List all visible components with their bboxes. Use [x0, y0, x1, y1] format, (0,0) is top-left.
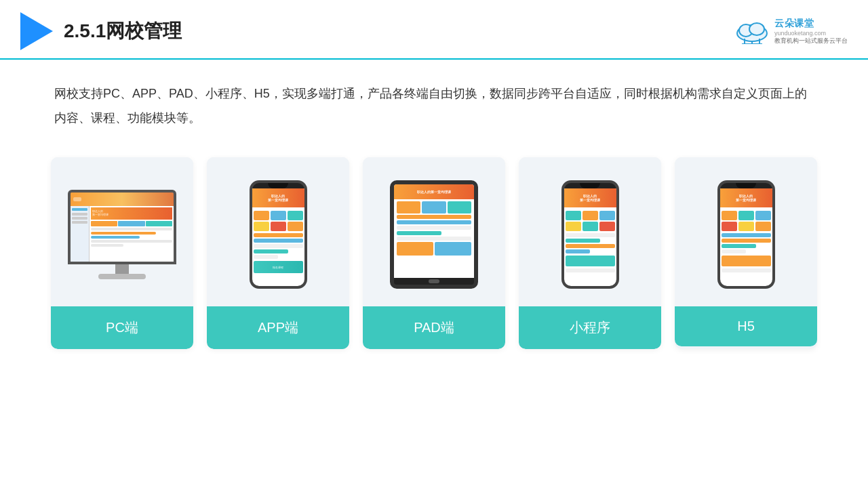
- app-screen: 职达人的第一堂均理课: [252, 188, 304, 286]
- miniapp-cta: [566, 256, 615, 266]
- miniapp-cell: [566, 222, 581, 231]
- app-cta: 报名课程: [254, 261, 303, 273]
- pc-screen-top: [71, 192, 174, 206]
- brand-cloud-icon: [734, 18, 770, 44]
- header-left: 2.5.1网校管理: [20, 12, 182, 50]
- pc-row: [91, 228, 172, 230]
- h5-screen-top: 职达人的第一堂均理课: [720, 188, 772, 207]
- h5-row: [722, 244, 756, 248]
- card-h5-label: H5: [675, 306, 817, 346]
- miniapp-row: [566, 244, 615, 248]
- app-banner-text: 职达人的第一堂均理课: [268, 194, 288, 202]
- h5-cell: [722, 211, 737, 220]
- pad-body: 职达人的第一堂均理课: [390, 180, 478, 289]
- h5-cta: [722, 256, 771, 266]
- miniapp-phone-body: 职达人的第一堂均理课: [561, 180, 619, 289]
- h5-cell: [738, 222, 754, 231]
- description-content: 网校支持PC、APP、PAD、小程序、H5，实现多端打通，产品各终端自由切换，数…: [54, 87, 807, 125]
- miniapp-screen: 职达人的第一堂均理课: [564, 188, 616, 286]
- pc-screen-body: 职达人的第一堂均理课: [71, 206, 174, 262]
- h5-phone-body: 职达人的第一堂均理课: [717, 180, 775, 289]
- pad-cell: [397, 242, 433, 256]
- logo-triangle-icon: [20, 12, 53, 50]
- pad-cell: [397, 201, 420, 214]
- pc-cell: [146, 221, 172, 226]
- h5-row: [722, 239, 771, 243]
- brand-name: 云朵课堂: [774, 18, 814, 30]
- header: 2.5.1网校管理 云朵课堂 yunduoketang.com 教育机构一站式服…: [0, 0, 868, 60]
- pad-row: [397, 231, 441, 235]
- pc-cell: [118, 221, 144, 226]
- pad-icon-grid: [397, 201, 471, 214]
- card-pc: 职达人的第一堂均理课: [51, 157, 193, 349]
- miniapp-screen-top: 职达人的第一堂均理课: [564, 188, 616, 207]
- h5-cell: [755, 222, 771, 231]
- pc-row: [91, 232, 156, 235]
- pc-sidebar-item: [72, 221, 87, 224]
- card-pc-label: PC端: [51, 306, 193, 349]
- card-miniapp-image: 职达人的第一堂均理课: [519, 157, 661, 306]
- app-cell: [288, 222, 303, 231]
- pad-row: [397, 226, 471, 230]
- card-app-image: 职达人的第一堂均理课: [207, 157, 349, 306]
- pc-main-area: 职达人的第一堂均理课: [90, 206, 174, 262]
- app-row: [254, 244, 303, 248]
- app-screen-top: 职达人的第一堂均理课: [252, 188, 304, 207]
- pad-row: [397, 220, 471, 224]
- pad-row: [397, 215, 471, 219]
- phone-notch: [268, 183, 288, 188]
- h5-row: [722, 268, 771, 272]
- svg-point-2: [749, 23, 764, 35]
- pc-logo-mini: [73, 197, 81, 201]
- pad-home-button: [429, 279, 439, 283]
- card-app-label: APP端: [207, 306, 349, 349]
- pc-stand-base: [98, 274, 146, 279]
- pad-banner-text: 职达人的第一堂均理课: [417, 190, 451, 194]
- app-screen-body: 报名课程: [252, 207, 304, 277]
- miniapp-cell: [583, 211, 598, 220]
- pc-banner: 职达人的第一堂均理课: [91, 207, 172, 220]
- pc-row: [91, 240, 172, 243]
- miniapp-row: [566, 249, 591, 253]
- card-h5: 职达人的第一堂均理课: [675, 157, 817, 349]
- miniapp-row: [566, 239, 600, 243]
- pad-screen: 职达人的第一堂均理课: [394, 184, 474, 278]
- app-row: [254, 233, 303, 237]
- app-cell: [254, 211, 269, 220]
- pc-monitor: 职达人的第一堂均理课: [68, 190, 176, 264]
- pad-device: 职达人的第一堂均理课: [390, 180, 478, 289]
- phone-notch: [580, 183, 600, 188]
- h5-screen: 职达人的第一堂均理课: [720, 188, 772, 286]
- card-pad: 职达人的第一堂均理课: [363, 157, 505, 349]
- h5-cell: [738, 211, 754, 220]
- card-miniapp-label: 小程序: [519, 306, 661, 349]
- app-cell: [254, 222, 269, 231]
- pc-sidebar-item: [72, 208, 87, 211]
- pad-body-section: [394, 199, 474, 258]
- miniapp-cell: [566, 211, 581, 220]
- pc-sidebar: [71, 206, 90, 262]
- h5-screen-body: [720, 207, 772, 275]
- brand-url: yunduoketang.com: [774, 30, 826, 37]
- app-row: [254, 239, 303, 243]
- header-right: 云朵课堂 yunduoketang.com 教育机构一站式服务云平台: [734, 18, 848, 45]
- pc-cell: [91, 221, 117, 226]
- pc-device: 职达人的第一堂均理课: [68, 190, 176, 279]
- h5-device: 职达人的第一堂均理课: [717, 180, 775, 289]
- pad-cell: [435, 242, 471, 256]
- miniapp-icon-grid: [566, 211, 615, 231]
- app-row: [254, 249, 288, 253]
- app-cta-text: 报名课程: [273, 266, 283, 269]
- h5-icon-grid: [722, 211, 771, 231]
- brand-slogan: 教育机构一站式服务云平台: [774, 37, 848, 45]
- app-cell: [288, 211, 303, 220]
- miniapp-banner-text: 职达人的第一堂均理课: [580, 194, 600, 202]
- card-h5-image: 职达人的第一堂均理课: [675, 157, 817, 306]
- app-icon-grid: [254, 211, 303, 231]
- phone-notch: [736, 183, 756, 188]
- cards-container: 职达人的第一堂均理课: [0, 144, 868, 363]
- description-text: 网校支持PC、APP、PAD、小程序、H5，实现多端打通，产品各终端自由切换，数…: [0, 60, 868, 144]
- pc-stand-neck: [115, 264, 129, 274]
- h5-cell: [755, 211, 771, 220]
- miniapp-cell: [583, 222, 598, 231]
